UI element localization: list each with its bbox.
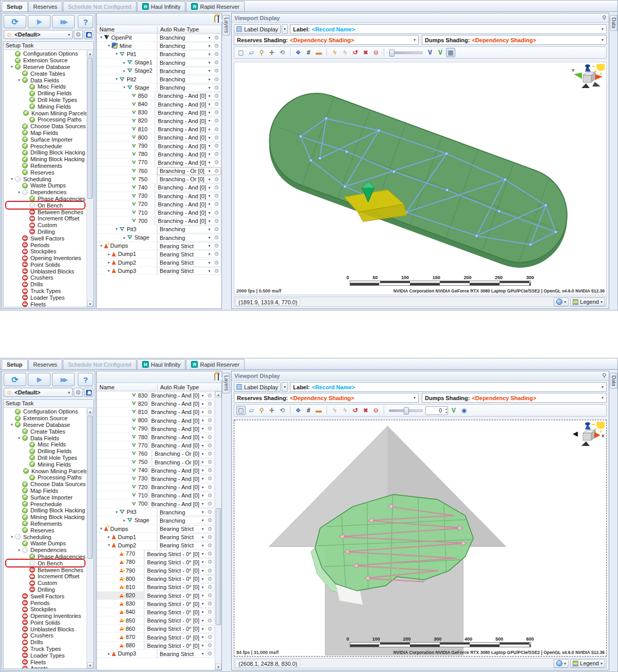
expander-icon[interactable]: ▾: [106, 543, 112, 547]
expander-icon[interactable]: ▸: [106, 651, 112, 656]
gear-icon[interactable]: ⚙: [206, 600, 214, 607]
chevron-down-icon[interactable]: ▾: [206, 44, 213, 48]
tree-row[interactable]: 700 Branching - And [0] ▾ ⚙: [97, 217, 221, 225]
chevron-down-icon[interactable]: ▾: [206, 252, 213, 256]
expander-icon[interactable]: ▾: [9, 64, 15, 69]
rule-dropdown[interactable]: Branching - And [0] ▾ ⚙: [155, 126, 221, 133]
rule-dropdown[interactable]: Bearing Strict - 0° [0] ▾ ⚙: [144, 600, 214, 608]
sidebar-item[interactable]: Refinements: [4, 163, 87, 169]
sidebar-item[interactable]: Reserves: [4, 527, 87, 533]
rule-dropdown[interactable]: Branching ▾ ⚙: [157, 34, 221, 42]
gear-icon[interactable]: ⚙: [213, 234, 220, 241]
sidebar-item[interactable]: Mining Block Hacking: [4, 514, 87, 521]
gear-icon[interactable]: ⚙: [206, 484, 214, 491]
gear-icon[interactable]: ⚙: [206, 576, 214, 582]
sidebar-item[interactable]: Misc Fields: [4, 83, 87, 90]
chevron-down-icon[interactable]: ▾: [206, 177, 213, 182]
gear-icon[interactable]: ⚙: [206, 550, 214, 557]
pin-icon[interactable]: ⚲: [602, 14, 606, 21]
delete-icon[interactable]: ✖: [361, 406, 370, 415]
tree-row[interactable]: ▾ Pit3 Branching ▾ ⚙: [97, 225, 221, 233]
sidebar-item[interactable]: Truck Types: [4, 646, 87, 652]
sidebar-item[interactable]: ▾ Dependencies: [4, 189, 87, 196]
chevron-down-icon[interactable]: ▾: [199, 402, 206, 406]
sidebar-item[interactable]: Map Fields: [4, 130, 87, 136]
gear-icon[interactable]: ⚙: [213, 35, 220, 41]
chevron-down-icon[interactable]: ▾: [199, 643, 206, 648]
sidebar-item[interactable]: Drilling: [4, 587, 87, 593]
sidebar-item[interactable]: ▾ Dependencies: [4, 547, 87, 554]
expander-icon[interactable]: ▸: [122, 68, 127, 73]
expander-icon[interactable]: ▸: [122, 60, 127, 65]
refresh-button[interactable]: ⟳: [4, 15, 26, 28]
rule-dropdown[interactable]: Bearing Strict - 0° [0] ▾ ⚙: [144, 558, 214, 566]
toolbar-separator[interactable]: [384, 48, 384, 57]
chevron-down-icon[interactable]: ▾: [206, 219, 213, 223]
viewport-canvas[interactable]: Y Z 050100150200250300 2000 fps | 0.500 …: [234, 62, 607, 295]
tree-row[interactable]: 720 Branching - And [0] ▾ ⚙: [97, 483, 215, 491]
dependency-arrows-icon[interactable]: V: [436, 48, 445, 57]
sidebar-item[interactable]: Crushers: [4, 274, 87, 281]
sidebar-item[interactable]: Loader Types: [4, 652, 87, 659]
sidebar-item[interactable]: Increment Offset: [4, 573, 87, 580]
tree-row[interactable]: 710 Branching - And [0] ▾ ⚙: [97, 209, 221, 217]
expander-icon[interactable]: ▸: [106, 268, 112, 273]
chevron-down-icon[interactable]: ▾: [206, 110, 213, 115]
orbit-icon[interactable]: ⟲: [278, 406, 287, 415]
tree-row[interactable]: 790 Branching - And [0] ▾ ⚙: [97, 425, 215, 433]
tree-row[interactable]: 830 Branching - And [0] ▾ ⚙: [97, 391, 215, 400]
rule-dropdown[interactable]: Bearing Strict ▾ ⚙: [157, 259, 221, 267]
gear-icon[interactable]: ⚙: [213, 151, 220, 158]
gear-icon[interactable]: ⚙: [213, 143, 220, 149]
tree-row[interactable]: ▾ Pit1 Branching ▾ ⚙: [97, 50, 221, 58]
sidebar-item[interactable]: Extension Source: [4, 415, 87, 422]
expander-icon[interactable]: ▾: [16, 78, 22, 82]
chevron-down-icon[interactable]: ▾: [199, 435, 206, 440]
orbit-icon[interactable]: ⟲: [278, 48, 287, 57]
tree-row[interactable]: 840 Bearing Strict - 0° [0] ▾ ⚙: [97, 608, 215, 616]
sidebar-item[interactable]: Known Mining Parcels: [4, 468, 87, 474]
reserves-shading-combo[interactable]: Reserves Shading: <Dependency Shading> ▾: [234, 393, 419, 403]
rule-dropdown[interactable]: Branching ▾ ⚙: [157, 84, 221, 92]
gear-icon[interactable]: ⚙: [213, 109, 220, 116]
chevron-down-icon[interactable]: ▾: [206, 52, 213, 57]
gear-icon[interactable]: ⚙: [213, 184, 220, 191]
tree-row[interactable]: 760 Branching - Or [0] ▾ ⚙: [97, 167, 221, 175]
chevron-down-icon[interactable]: ▾: [206, 127, 213, 132]
gear-icon[interactable]: ⚙: [213, 117, 220, 124]
chevron-down-icon[interactable]: ▾: [206, 85, 213, 90]
legend-button[interactable]: Legend▾: [570, 298, 605, 306]
dumps-shading-combo[interactable]: Dumps Shading: <Dependency Shading> ▾: [422, 35, 607, 45]
sidebar-item[interactable]: Mining Block Hacking: [4, 156, 87, 163]
pan-icon[interactable]: ✛: [267, 406, 277, 415]
expander-icon[interactable]: ▾: [114, 510, 119, 514]
rule-dropdown[interactable]: Branching ▾ ⚙: [157, 234, 221, 242]
sidebar-item[interactable]: Agents: [4, 665, 87, 668]
rule-column-header[interactable]: Auto Rule Type: [157, 384, 221, 390]
tree-row[interactable]: 750 Branching - Or [0] ▾ ⚙: [97, 458, 215, 467]
sidebar-item[interactable]: Crushers: [4, 632, 87, 639]
sidebar-item[interactable]: Phase Adjacencies: [4, 554, 87, 560]
chevron-down-icon[interactable]: ▾: [206, 202, 213, 206]
pin-icon[interactable]: ⚲: [602, 372, 606, 379]
sidebar-item[interactable]: Truck Types: [4, 288, 87, 295]
expander-icon[interactable]: ▾: [16, 190, 22, 195]
rule-dropdown[interactable]: Branching - Or [0] ▾ ⚙: [157, 167, 221, 175]
pan-icon[interactable]: ✛: [267, 48, 277, 57]
gear-icon[interactable]: ⚙: [206, 501, 214, 507]
sidebar-item[interactable]: Custom: [4, 580, 87, 587]
rule-dropdown[interactable]: Branching ▾ ⚙: [157, 76, 221, 83]
rule-dropdown[interactable]: Branching - And [0] ▾ ⚙: [148, 400, 214, 408]
chevron-down-icon[interactable]: ▾: [199, 493, 206, 498]
chevron-down-icon[interactable]: ▾: [199, 443, 206, 448]
rule-dropdown[interactable]: Branching - And [0] ▾ ⚙: [155, 150, 221, 158]
expander-icon[interactable]: ▸: [106, 260, 112, 265]
tree-row[interactable]: ▾ Pit2 Branching ▾ ⚙: [97, 75, 221, 83]
rule-dropdown[interactable]: Branching - And [0] ▾ ⚙: [148, 484, 214, 491]
toolbar-separator[interactable]: [327, 48, 327, 57]
tree-row[interactable]: 870 Bearing Strict - 0° [0] ▾ ⚙: [97, 633, 215, 641]
rule-dropdown[interactable]: Branching - And [0] ▾ ⚙: [155, 209, 221, 217]
sidebar-item[interactable]: Create Tables: [4, 70, 87, 77]
expander-icon[interactable]: ▾: [9, 422, 15, 427]
marquee-select-icon[interactable]: ▢: [236, 48, 246, 57]
